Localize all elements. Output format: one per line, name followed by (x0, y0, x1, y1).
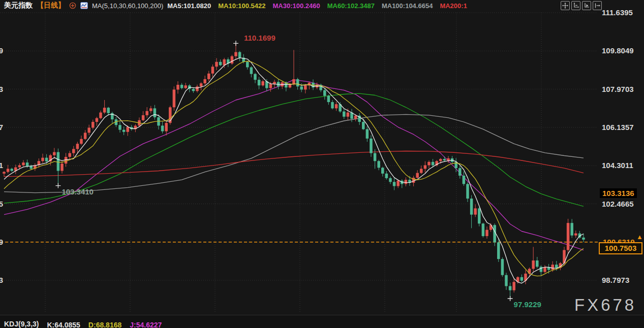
last-price-box: 100.7503 (599, 242, 642, 254)
candle-body (223, 59, 226, 65)
kdj-values: K:64.0855D:68.8168J:54.6227 (47, 319, 162, 328)
candle-body (234, 52, 237, 56)
chart-toolbar (561, 1, 602, 10)
candle-body (196, 86, 199, 91)
candle-body (7, 169, 10, 172)
candle-body (396, 181, 400, 186)
candle-body (68, 153, 71, 157)
y-axis-label: 102.4665 (602, 200, 634, 208)
candle-body (254, 74, 257, 80)
candle-body (432, 162, 435, 166)
candle-body (126, 127, 129, 132)
candle-body (184, 85, 187, 88)
candle-body (18, 165, 21, 167)
candle-body (532, 260, 535, 269)
fx678-watermark: FX678 (574, 296, 636, 315)
candle-body (420, 169, 423, 173)
y-axis-label: 104.3011 (602, 161, 633, 170)
candle-body (296, 79, 299, 86)
candle-body (26, 162, 29, 166)
candle-body (53, 152, 56, 155)
pan-crosshair-button[interactable] (561, 1, 570, 10)
ma-value-0: MA5:101.0820 (167, 2, 211, 10)
candle-body (99, 113, 102, 118)
candle-body (512, 282, 515, 290)
kdj-title[interactable]: KDJ(9,3,3) (4, 319, 39, 328)
auto-scroll-button[interactable] (582, 1, 591, 10)
candle-body (118, 125, 121, 129)
candle-body (304, 85, 307, 89)
candle-body (173, 89, 176, 107)
ma-value-5: MA200:1 (440, 2, 467, 10)
price-level-badge: 103.3136 (600, 188, 637, 198)
candle-body (574, 234, 577, 236)
marker-cross-icon (55, 183, 60, 188)
candle-body (362, 122, 365, 129)
candle-body (22, 162, 25, 165)
candle-body (427, 162, 431, 166)
candle-body (292, 79, 295, 84)
candle-body (96, 118, 99, 122)
kdj-indicator-bar: KDJ(9,3,3) K:64.0855D:68.8168J:54.6227 (0, 315, 644, 328)
candle-body (10, 169, 13, 171)
chart-canvas[interactable] (0, 0, 644, 328)
candle-body (29, 166, 33, 169)
candle-body (142, 115, 145, 120)
candle-body (269, 84, 272, 88)
ma10-line (4, 61, 584, 276)
chart-style-icon[interactable] (80, 2, 88, 9)
candle-body (540, 267, 543, 272)
period-selector[interactable]: 【日线】 (37, 1, 65, 10)
ma30-line (4, 80, 584, 250)
ma-value-4: MA100:104.6654 (382, 2, 433, 10)
candle-body (238, 52, 241, 58)
candle-body (41, 158, 44, 161)
candle-body (246, 62, 249, 68)
candle-body (370, 139, 373, 153)
ma-settings-label: MA(5,10,30,60,100,200) (92, 2, 163, 10)
candle-body (482, 223, 485, 236)
candle-body (343, 112, 346, 117)
candle-body (405, 180, 408, 184)
candle-body (87, 128, 90, 133)
candle-body (474, 208, 477, 214)
ma-value-3: MA60:102.3487 (327, 2, 375, 10)
candle-body (470, 199, 473, 215)
axis-range-icon (573, 3, 579, 9)
collapse-panel-button[interactable] (593, 1, 602, 10)
candle-body (107, 108, 110, 113)
candle-body (366, 129, 369, 138)
chart-header: 美元指数 【日线】 MA(5,10,30,60,100,200) MA5:101… (0, 0, 644, 11)
candle-body (261, 81, 264, 85)
y-axis-left-clipped-label: 104.3011 (0, 161, 3, 170)
candle-body (180, 85, 183, 88)
kdj-value-2: J:54.6227 (130, 320, 162, 328)
y-axis-left-clipped-label: 107.9703 (0, 85, 3, 93)
candle-body (570, 223, 573, 236)
candle-body (528, 269, 531, 273)
candle-body (335, 104, 338, 108)
candle-body (520, 277, 524, 281)
candle-body (300, 86, 303, 89)
y-axis-left-clipped-label: 98.7973 (0, 276, 3, 284)
candle-body (273, 82, 276, 84)
candle-body (439, 159, 442, 161)
candle-body (509, 286, 512, 290)
candle-body (91, 122, 95, 127)
candle-body (289, 84, 292, 87)
kdj-value-0: K:64.0855 (47, 320, 80, 328)
candle-body (200, 83, 203, 86)
ma100-line (4, 114, 584, 192)
candle-body (447, 158, 450, 160)
y-axis-label: 106.1357 (602, 123, 634, 132)
add-indicator-icon[interactable] (69, 2, 76, 9)
candle-body (389, 178, 392, 182)
candle-body (215, 62, 218, 67)
kdj-value-1: D:68.8168 (88, 320, 121, 328)
candle-body (207, 74, 210, 79)
axis-range-button[interactable] (571, 1, 580, 10)
candle-body (347, 113, 350, 117)
candle-body (323, 90, 326, 96)
candle-body (161, 125, 164, 131)
candle-body (258, 80, 260, 85)
